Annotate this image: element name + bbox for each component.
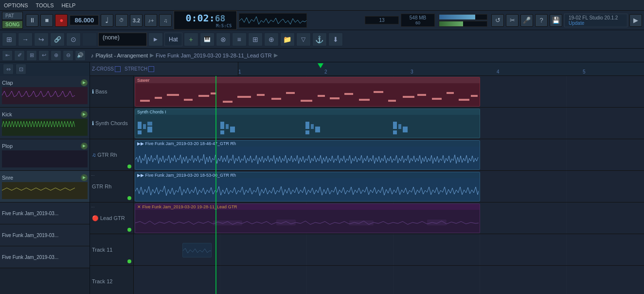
master-vol[interactable] xyxy=(439,14,487,20)
gtr2-block[interactable]: ▶▶ Five Funk Jam_2019-03-20 18-53-00_GTR… xyxy=(135,172,480,202)
filter-btn[interactable]: ▽ xyxy=(296,33,311,46)
pan-arrows-btn[interactable]: ⇔ xyxy=(3,64,14,74)
stop-button[interactable]: ■ xyxy=(40,14,53,27)
expand-btn[interactable]: ▶ xyxy=(629,14,642,27)
mixer-btn[interactable]: ≡ xyxy=(232,33,247,46)
track-snre-row[interactable]: Snre ▶ xyxy=(0,171,89,202)
synth-lane[interactable]: Synth Chords I xyxy=(134,108,644,139)
curve-btn[interactable]: ↪ xyxy=(34,33,49,46)
lead-block[interactable]: ✕ Five Funk Jam_2019-03-20 19-28-11_Lead… xyxy=(135,203,480,233)
svg-rect-6 xyxy=(223,101,233,103)
pattern-btn[interactable]: ♩ xyxy=(101,14,113,27)
fl-update[interactable]: Update xyxy=(569,20,623,26)
z-cross-checkbox[interactable] xyxy=(115,66,121,72)
svg-rect-17 xyxy=(388,100,396,102)
clap-end-btn[interactable]: ▶ xyxy=(81,79,88,86)
instrument-value: (none) xyxy=(103,34,120,41)
breadcrumb-file[interactable]: Five Funk Jam_2019-03-20 19-28-11_Lead G… xyxy=(156,53,271,58)
undo-btn[interactable]: ↩ xyxy=(38,50,49,61)
svg-rect-0 xyxy=(140,100,150,102)
snre-end-btn[interactable]: ▶ xyxy=(81,174,88,181)
kick-end-btn[interactable]: ▶ xyxy=(81,111,88,118)
gtr1-lane[interactable]: ▶▶ Five Funk Jam_2019-03-20 18-46-47_GTR… xyxy=(134,139,644,171)
knob-btn[interactable]: ⊗ xyxy=(216,33,231,46)
record-button[interactable]: ● xyxy=(55,14,68,27)
mute-btn[interactable] xyxy=(82,33,97,46)
zoom-btn[interactable]: ⊕ xyxy=(51,50,61,61)
vol-btn[interactable]: 🔊 xyxy=(75,50,86,61)
piano-btn[interactable]: 🎹 xyxy=(200,33,215,46)
link-btn[interactable]: 🔗 xyxy=(50,33,65,46)
svg-rect-34 xyxy=(305,130,309,134)
grid-btn[interactable]: ⊞ xyxy=(2,33,17,46)
instrument-dropdown[interactable]: (none) xyxy=(98,33,147,46)
tempo-btn[interactable]: 3.2 xyxy=(130,14,143,27)
download-btn[interactable]: ⬇ xyxy=(328,33,343,46)
svg-rect-30 xyxy=(220,130,224,134)
nav-back-btn[interactable]: ⇤ xyxy=(2,50,13,61)
main-area: ⇔ ⊡ Clap ▶ Kick ▶ xyxy=(0,62,644,294)
anchor-btn[interactable]: ⚓ xyxy=(312,33,327,46)
cut-btn[interactable]: ✂ xyxy=(506,14,519,27)
svg-rect-43 xyxy=(349,220,374,225)
snap-btn[interactable]: ⊞ xyxy=(26,50,37,61)
time-btn[interactable]: ♪+ xyxy=(144,14,157,27)
breadcrumb-sep1: ▶ xyxy=(150,52,154,58)
pat-button[interactable]: PAT xyxy=(2,12,23,20)
track-file3-row[interactable]: Five Funk Jam_2019-03... xyxy=(0,246,89,268)
play-inst-btn[interactable]: ▶ xyxy=(148,33,163,46)
svg-rect-10 xyxy=(286,92,295,94)
track-file2-row[interactable]: Five Funk Jam_2019-03... xyxy=(0,224,89,246)
bass-block-label: Sawer xyxy=(135,77,480,83)
help-icon-btn[interactable]: ? xyxy=(535,14,548,27)
lead-lane[interactable]: ✕ Five Funk Jam_2019-03-20 19-28-11_Lead… xyxy=(134,202,644,234)
lane-info-gtr2: GTR Rh ... xyxy=(90,171,133,202)
draw-btn[interactable]: ✐ xyxy=(14,50,25,61)
eq-btn[interactable]: ⊞ xyxy=(248,33,263,46)
save-btn[interactable]: 💾 xyxy=(550,14,562,27)
gtr1-block[interactable]: ▶▶ Five Funk Jam_2019-03-20 18-46-47_GTR… xyxy=(135,140,480,170)
mic-btn[interactable]: 🎤 xyxy=(520,14,533,27)
browser-btn[interactable]: 📁 xyxy=(280,33,295,46)
breadcrumb-playlist[interactable]: Playlist - Arrangement xyxy=(96,53,148,58)
zoom2-btn[interactable]: ⊖ xyxy=(63,50,73,61)
time-display: 0:02:68 M:S:CS xyxy=(174,11,237,30)
bass-lane[interactable]: Sawer xyxy=(134,76,644,108)
plop-end-btn[interactable]: ▶ xyxy=(81,143,88,149)
ruler-numbers[interactable]: 1 2 3 4 5 xyxy=(238,62,644,75)
menu-tools[interactable]: TOOLS xyxy=(32,1,58,9)
track-file2-name: Five Funk Jam_2019-03... xyxy=(2,233,88,238)
right-arrow-btn[interactable]: → xyxy=(18,33,33,46)
bpm-display[interactable]: 86.000 xyxy=(70,15,99,25)
add-channel-btn[interactable]: + xyxy=(184,33,198,46)
track-plop-row[interactable]: Plop ▶ xyxy=(0,139,89,171)
track12-lane[interactable] xyxy=(134,266,644,294)
mix-btn[interactable]: ♫ xyxy=(159,14,172,27)
resize-btn[interactable]: ⊡ xyxy=(16,64,26,74)
track11-block[interactable] xyxy=(182,243,212,257)
menu-help[interactable]: HELP xyxy=(58,1,80,9)
track11-lane[interactable] xyxy=(134,234,644,266)
restart-btn[interactable]: ↺ xyxy=(491,14,504,27)
breadcrumb-sep2: ▶ xyxy=(274,52,278,58)
menu-options[interactable]: OPTIONS xyxy=(0,1,32,9)
song-button[interactable]: SONG xyxy=(2,20,23,29)
mem-value: 548 MB xyxy=(404,15,431,20)
channel-display: Hat xyxy=(164,33,182,46)
track-file1-row[interactable]: Five Funk Jam_2019-03... xyxy=(0,202,89,224)
metro-btn[interactable]: ⏱ xyxy=(115,14,128,27)
master-pitch[interactable] xyxy=(439,21,487,27)
synth-block[interactable]: Synth Chords I xyxy=(135,109,480,138)
plugin-btn[interactable]: ⊕ xyxy=(264,33,279,46)
stretch-checkbox[interactable] xyxy=(148,66,154,72)
stamp-btn[interactable]: ⊙ xyxy=(66,33,81,46)
track-kick-row[interactable]: Kick ▶ xyxy=(0,108,89,139)
svg-rect-2 xyxy=(167,94,179,96)
pause-button[interactable]: ⏸ xyxy=(26,14,38,27)
svg-rect-41 xyxy=(213,220,242,225)
bass-block[interactable]: Sawer xyxy=(135,77,480,107)
gtr2-lane[interactable]: ▶▶ Five Funk Jam_2019-03-20 18-53-00_GTR… xyxy=(134,171,644,202)
track-clap-row[interactable]: Clap ▶ xyxy=(0,76,89,108)
visualizer xyxy=(239,13,307,28)
svg-rect-26 xyxy=(143,124,146,129)
